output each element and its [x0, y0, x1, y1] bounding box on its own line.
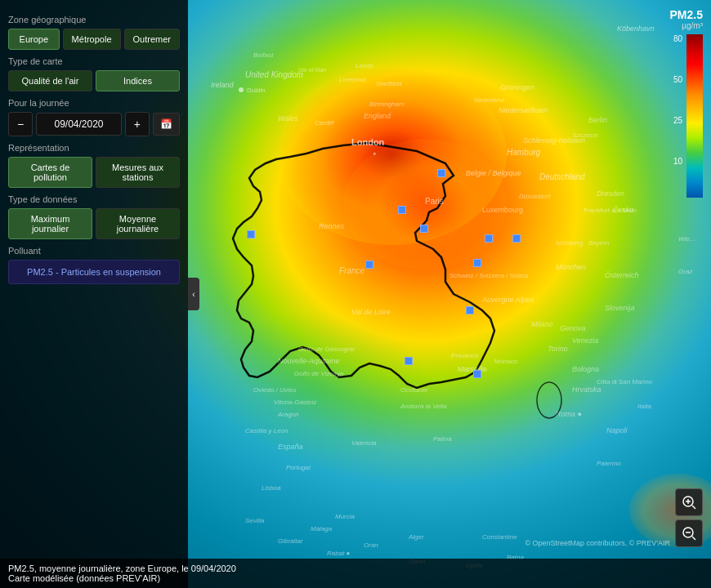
station-marker[interactable] — [466, 306, 474, 314]
date-decrement-btn[interactable]: − — [8, 112, 33, 136]
legend: PM2.5 µg/m³ 80 50 25 10 — [670, 8, 703, 201]
representation-label: Représentation — [8, 143, 180, 153]
polluant-value[interactable]: PM2.5 - Particules en suspension — [8, 260, 180, 284]
legend-val-0: 80 — [673, 34, 682, 43]
btn-maximum-journalier[interactable]: Maximum journalier — [8, 208, 92, 239]
date-row: − 09/04/2020 + 📅 — [8, 112, 180, 136]
svg-line-89 — [692, 537, 695, 540]
station-marker[interactable] — [473, 370, 481, 378]
btn-europe[interactable]: Europe — [8, 29, 60, 50]
zoom-controls — [675, 488, 703, 547]
station-marker[interactable] — [398, 206, 406, 214]
polluant-label: Polluant — [8, 246, 180, 256]
legend-bar — [686, 34, 703, 198]
station-marker[interactable] — [473, 259, 481, 267]
date-display: 09/04/2020 — [36, 113, 122, 136]
date-increment-btn[interactable]: + — [125, 112, 150, 136]
btn-moyenne-journaliere[interactable]: Moyenne journalière — [96, 208, 180, 239]
btn-outremer[interactable]: Outremer — [124, 29, 180, 50]
zone-buttons: Europe Métropole Outremer — [8, 29, 180, 50]
legend-val-1: 50 — [673, 75, 682, 84]
zoom-in-btn[interactable] — [675, 488, 703, 516]
btn-cartes-pollution[interactable]: Cartes de pollution — [8, 157, 92, 188]
zoom-out-icon — [682, 526, 696, 541]
station-marker[interactable] — [437, 169, 445, 177]
legend-unit: µg/m³ — [670, 21, 703, 30]
station-marker[interactable] — [512, 234, 521, 243]
station-marker[interactable] — [420, 225, 428, 233]
type-donnees-buttons: Maximum journalier Moyenne journalière — [8, 208, 180, 239]
zone-geographique-label: Zone géographique — [8, 15, 180, 24]
bottom-bar: PM2.5, moyenne journalière, zone Europe,… — [0, 559, 711, 588]
zoom-in-icon — [682, 495, 696, 510]
calendar-btn[interactable]: 📅 — [153, 113, 180, 136]
type-carte-label: Type de carte — [8, 56, 180, 66]
btn-indices[interactable]: Indices — [96, 70, 180, 91]
legend-val-2: 25 — [673, 116, 682, 125]
btn-qualite-air[interactable]: Qualité de l'air — [8, 70, 92, 91]
sidebar: Zone géographique Europe Métropole Outre… — [0, 0, 188, 588]
legend-val-3: 10 — [673, 157, 682, 166]
zoom-out-btn[interactable] — [675, 519, 703, 547]
sidebar-collapse-btn[interactable]: ‹ — [188, 278, 199, 310]
btn-metropole[interactable]: Métropole — [63, 29, 121, 50]
station-marker[interactable] — [365, 261, 373, 269]
bottom-line2: Carte modélisée (données PREV'AIR) — [8, 573, 703, 583]
journee-label: Pour la journée — [8, 98, 180, 108]
station-marker[interactable] — [405, 357, 413, 365]
legend-title: PM2.5 — [670, 8, 703, 21]
representation-buttons: Cartes de pollution Mesures aux stations — [8, 157, 180, 188]
type-carte-buttons: Qualité de l'air Indices — [8, 70, 180, 91]
bottom-line1: PM2.5, moyenne journalière, zone Europe,… — [8, 564, 703, 573]
attribution: © OpenStreetMap contributors, © PREV'AIR — [525, 539, 670, 547]
station-marker[interactable] — [247, 230, 255, 238]
type-donnees-label: Type de données — [8, 194, 180, 204]
btn-mesures-stations[interactable]: Mesures aux stations — [96, 157, 180, 188]
station-marker[interactable] — [485, 234, 493, 243]
legend-labels: 80 50 25 10 — [673, 34, 682, 198]
svg-line-85 — [692, 506, 695, 509]
